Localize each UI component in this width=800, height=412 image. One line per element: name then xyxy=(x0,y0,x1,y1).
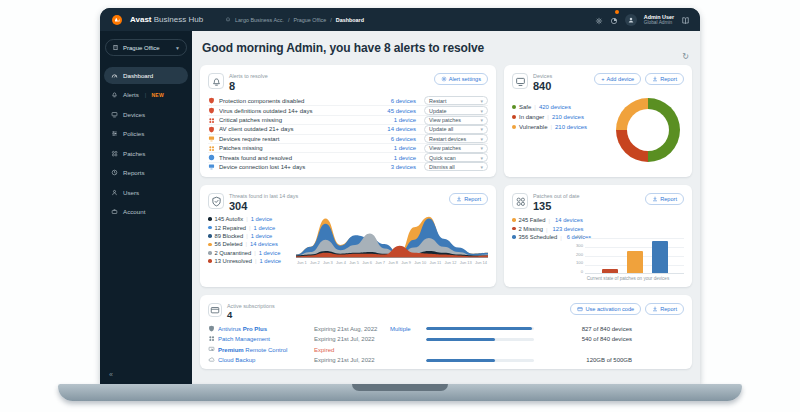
threat-legend-link[interactable]: 1 device xyxy=(251,216,273,222)
alert-devices-link[interactable]: 45 devices xyxy=(387,108,416,114)
sidebar-item-devices[interactable]: Devices xyxy=(104,106,188,123)
threat-legend-link[interactable]: 14 devices xyxy=(250,241,278,247)
sidebar-item-reports[interactable]: Reports xyxy=(104,164,188,181)
settings-gear-icon[interactable] xyxy=(595,11,603,29)
threats-x-axis: Jun 1Jun 2Jun 3Jun 4Jun 5Jun 6Jun 7Jun 8… xyxy=(296,259,488,265)
alert-severity-icon xyxy=(208,135,215,142)
user-info[interactable]: Admin User Global Admin xyxy=(644,14,674,26)
threats-report-button[interactable]: Report xyxy=(449,193,488,205)
alert-row: AV client outdated 21+ days 14 devices U… xyxy=(208,124,488,133)
laptop-mockup: Avast Business Hub Largo Business Acc./ … xyxy=(0,0,800,412)
subscription-expiry: Expired xyxy=(314,347,390,353)
patch-legend-link[interactable]: 14 devices xyxy=(555,217,583,223)
patch-legend-link[interactable]: 123 devices xyxy=(552,226,583,232)
alert-severity-icon xyxy=(208,145,215,152)
devices-card: Devices 840 + Add device Report Safe| 42… xyxy=(504,65,692,177)
y-tick-label: 200 xyxy=(572,252,583,257)
alert-row: Virus definitions outdated 14+ days 45 d… xyxy=(208,105,488,114)
breadcrumb-site[interactable]: Prague Office xyxy=(293,17,326,23)
sidebar-item-users[interactable]: Users xyxy=(104,184,188,201)
alert-action-dropdown[interactable]: View patches▾ xyxy=(424,116,488,125)
alert-row: Patches missing 1 device View patches▾ xyxy=(208,143,488,152)
subscription-expiry: Expiring 21st Jul, 2022 xyxy=(314,357,390,363)
org-selector[interactable]: Prague Office ▼ xyxy=(105,39,187,56)
threat-legend-link[interactable]: 1 device xyxy=(254,225,276,231)
patches-y-axis: 4003002001000 xyxy=(572,234,585,274)
alert-severity-icon xyxy=(208,126,215,133)
sidebar-item-account[interactable]: Account xyxy=(104,203,188,220)
sidebar-item-label: Reports xyxy=(123,169,145,176)
sidebar-item-alerts[interactable]: Alerts |NEW xyxy=(104,86,188,103)
sidebar-item-label: Users xyxy=(123,189,139,196)
alert-action-dropdown[interactable]: Restart devices▾ xyxy=(424,134,488,143)
alert-action-dropdown[interactable]: Update all▾ xyxy=(424,125,488,134)
alert-devices-link[interactable]: 1 device xyxy=(394,145,416,151)
sidebar-item-patches[interactable]: Patches xyxy=(104,145,188,162)
avatar[interactable] xyxy=(625,14,637,26)
add-device-button[interactable]: + Add device xyxy=(594,73,641,85)
download-icon xyxy=(652,196,658,203)
patches-report-button[interactable]: Report xyxy=(645,193,684,205)
use-activation-code-button[interactable]: Use activation code xyxy=(570,303,641,315)
refresh-icon[interactable]: ↻ xyxy=(682,52,689,61)
device-legend-link[interactable]: 420 devices xyxy=(539,104,571,110)
laptop-base xyxy=(58,384,742,401)
subscription-usage-bar xyxy=(426,327,534,330)
user-role: Global Admin xyxy=(644,20,674,26)
policies-icon xyxy=(111,130,118,137)
threat-legend-link[interactable]: 1 device xyxy=(251,233,273,239)
subscription-name-link[interactable]: Cloud Backup xyxy=(218,357,314,363)
threat-legend-link[interactable]: 1 device xyxy=(259,250,281,256)
collapse-sidebar-button[interactable]: « xyxy=(100,371,192,378)
subscriptions-report-button[interactable]: Report xyxy=(645,303,684,315)
threat-legend-link[interactable]: 1 device xyxy=(259,258,281,264)
alert-devices-link[interactable]: 3 devices xyxy=(391,164,416,170)
alert-action-dropdown[interactable]: Dismiss all▾ xyxy=(424,162,488,171)
alert-settings-button[interactable]: Alert settings xyxy=(434,73,488,85)
alert-devices-link[interactable]: 1 device xyxy=(394,155,416,161)
subscription-multiple-link[interactable]: Multiple xyxy=(390,326,426,332)
notifications-icon[interactable] xyxy=(610,11,618,29)
devices-report-button[interactable]: Report xyxy=(645,73,684,85)
alerts-card: Alerts to resolve 8 Alert settings Prote… xyxy=(200,65,496,177)
legend-dot xyxy=(512,227,516,231)
threat-legend-item: 13 Unresolved| 1 device xyxy=(208,257,296,265)
card-icon xyxy=(577,306,583,313)
subscription-expiry: Expiring 21st Aug, 2022 xyxy=(314,326,390,332)
patch-legend-item: 245 Failed| 14 devices xyxy=(512,216,684,224)
sidebar-item-policies[interactable]: Policies xyxy=(104,125,188,142)
alert-action-dropdown[interactable]: Restart▾ xyxy=(424,96,488,105)
alert-devices-link[interactable]: 6 devices xyxy=(391,98,416,104)
subscription-name-link[interactable]: Antivirus Pro Plus xyxy=(218,326,314,332)
subscription-usage-value: 540 of 840 devices xyxy=(534,336,684,342)
alert-severity-icon xyxy=(208,163,215,170)
chevron-down-icon: ▾ xyxy=(480,145,483,151)
alerts-icon xyxy=(111,91,118,98)
breadcrumb-current: Dashboard xyxy=(336,17,364,23)
alert-action-dropdown[interactable]: View patches▾ xyxy=(424,144,488,153)
breadcrumb-account[interactable]: Largo Business Acc. xyxy=(235,17,284,23)
dashboard-icon xyxy=(111,72,118,79)
threat-legend-item: 145 Autofix| 1 device xyxy=(208,215,296,223)
alert-devices-link[interactable]: 14 devices xyxy=(387,126,416,132)
download-icon xyxy=(456,196,462,202)
subscription-name-link[interactable]: Patch Management xyxy=(218,336,314,342)
patches-count: 135 xyxy=(533,200,579,212)
alert-label: Patches missing xyxy=(219,145,390,151)
y-tick-label: 100 xyxy=(572,260,583,265)
x-tick-label: Jun 5 xyxy=(349,260,359,265)
sidebar-item-dashboard[interactable]: Dashboard xyxy=(104,67,188,84)
device-legend-link[interactable]: 210 devices xyxy=(552,114,584,120)
knowledge-base-icon[interactable] xyxy=(681,11,690,29)
alert-action-dropdown[interactable]: Quick scan▾ xyxy=(424,153,488,162)
alert-row: Protection components disabled 6 devices… xyxy=(208,96,488,105)
alert-devices-link[interactable]: 1 device xyxy=(394,117,416,123)
credit-card-icon xyxy=(210,305,220,315)
x-tick-label: Jun 9 xyxy=(401,260,411,265)
alert-action-dropdown[interactable]: Update▾ xyxy=(424,106,488,115)
alert-devices-link[interactable]: 6 devices xyxy=(391,136,416,142)
subscription-name-link[interactable]: Premium Remote Control xyxy=(218,347,314,353)
patches-icon xyxy=(111,150,118,157)
device-legend-link[interactable]: 210 devices xyxy=(555,124,587,130)
alert-label: Device connection lost 14+ days xyxy=(219,164,387,170)
